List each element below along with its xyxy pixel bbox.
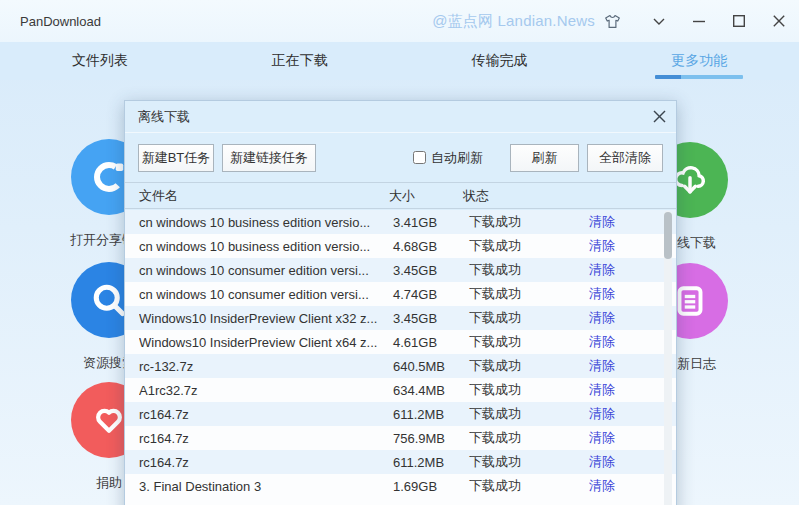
watermark-text: @蓝点网 Landian.News [432, 12, 595, 31]
clear-link[interactable]: 清除 [589, 357, 615, 375]
dialog-title: 离线下载 [138, 108, 190, 126]
clear-link[interactable]: 清除 [589, 477, 615, 495]
clear-link[interactable]: 清除 [589, 453, 615, 471]
clear-all-button[interactable]: 全部清除 [587, 144, 663, 172]
refresh-button[interactable]: 刷新 [510, 144, 579, 172]
table-row: rc164.7z 756.9MB 下载成功 清除 [125, 426, 676, 450]
pandownload-window: PanDownload @蓝点网 Landian.News 文件列表 正在下载 [0, 0, 799, 505]
table-row: Windows10 InsiderPreview Client x32 z...… [125, 306, 676, 330]
download-status: 下载成功 [469, 357, 521, 375]
table-row: 3. Final Destination 3 1.69GB 下载成功 清除 [125, 474, 676, 498]
download-list: cn windows 10 business edition versio...… [125, 210, 676, 505]
title-bar: PanDownload @蓝点网 Landian.News [0, 0, 799, 42]
download-status: 下载成功 [469, 429, 521, 447]
file-size: 756.9MB [393, 431, 445, 446]
file-name: rc164.7z [139, 431, 387, 446]
clear-link[interactable]: 清除 [589, 213, 615, 231]
column-status: 状态 [463, 187, 489, 205]
table-row: cn windows 10 business edition versio...… [125, 210, 676, 234]
minimize-button[interactable] [679, 6, 719, 36]
table-row: A1rc32.7z 634.4MB 下载成功 清除 [125, 378, 676, 402]
table-row: Windows10 InsiderPreview Client x64 z...… [125, 330, 676, 354]
table-row: rc-132.7z 640.5MB 下载成功 清除 [125, 354, 676, 378]
clear-link[interactable]: 清除 [589, 429, 615, 447]
file-size: 634.4MB [393, 383, 445, 398]
active-tab-underline [655, 75, 743, 79]
dialog-header: 离线下载 [125, 101, 676, 133]
table-header: 文件名 大小 状态 [125, 182, 676, 209]
chevron-down-icon[interactable] [639, 6, 679, 36]
tab-transfer-complete[interactable]: 传输完成 [400, 42, 600, 80]
column-file-name: 文件名 [139, 187, 178, 205]
clear-link[interactable]: 清除 [589, 285, 615, 303]
clear-link[interactable]: 清除 [589, 309, 615, 327]
scrollbar-track[interactable] [664, 211, 672, 505]
download-status: 下载成功 [469, 333, 521, 351]
column-size: 大小 [389, 187, 415, 205]
file-name: rc164.7z [139, 455, 387, 470]
new-link-task-button[interactable]: 新建链接任务 [222, 144, 316, 172]
file-size: 3.41GB [393, 215, 437, 230]
file-size: 4.74GB [393, 287, 437, 302]
file-name: A1rc32.7z [139, 383, 387, 398]
scrollbar-thumb[interactable] [664, 212, 672, 259]
tab-file-list[interactable]: 文件列表 [0, 42, 200, 80]
offline-download-dialog: 离线下载 新建BT任务 新建链接任务 自动刷新 刷新 全部清除 文件名 大小 状… [124, 100, 677, 505]
clear-link[interactable]: 清除 [589, 381, 615, 399]
app-title: PanDownload [20, 14, 101, 29]
file-name: 3. Final Destination 3 [139, 479, 387, 494]
file-size: 611.2MB [393, 407, 444, 422]
file-name: rc164.7z [139, 407, 387, 422]
file-size: 1.69GB [393, 479, 437, 494]
download-status: 下载成功 [469, 381, 521, 399]
tab-downloading[interactable]: 正在下载 [200, 42, 400, 80]
table-row: rc164.7z 611.2MB 下载成功 清除 [125, 450, 676, 474]
table-row: cn windows 10 consumer edition versi... … [125, 282, 676, 306]
file-name: rc-132.7z [139, 359, 387, 374]
download-status: 下载成功 [469, 477, 521, 495]
auto-refresh-label: 自动刷新 [431, 149, 483, 167]
dialog-close-icon[interactable] [642, 103, 676, 131]
file-name: cn windows 10 business edition versio... [139, 239, 387, 254]
clear-link[interactable]: 清除 [589, 333, 615, 351]
auto-refresh-checkbox[interactable] [413, 151, 426, 164]
download-status: 下载成功 [469, 237, 521, 255]
download-status: 下载成功 [469, 309, 521, 327]
tab-bar: 文件列表 正在下载 传输完成 更多功能 [0, 42, 799, 80]
file-size: 4.68GB [393, 239, 437, 254]
clear-link[interactable]: 清除 [589, 405, 615, 423]
file-size: 3.45GB [393, 263, 437, 278]
download-status: 下载成功 [469, 261, 521, 279]
file-name: cn windows 10 business edition versio... [139, 215, 387, 230]
file-size: 640.5MB [393, 359, 445, 374]
clear-link[interactable]: 清除 [589, 237, 615, 255]
download-status: 下载成功 [469, 453, 521, 471]
table-row: cn windows 10 business edition versio...… [125, 234, 676, 258]
file-size: 4.61GB [393, 335, 437, 350]
file-name: Windows10 InsiderPreview Client x64 z... [139, 335, 387, 350]
tab-more-features[interactable]: 更多功能 [599, 42, 799, 80]
file-name: cn windows 10 consumer edition versi... [139, 263, 387, 278]
file-name: Windows10 InsiderPreview Client x32 z... [139, 311, 387, 326]
new-bt-task-button[interactable]: 新建BT任务 [138, 144, 214, 172]
maximize-button[interactable] [719, 6, 759, 36]
file-size: 611.2MB [393, 455, 444, 470]
download-status: 下载成功 [469, 285, 521, 303]
dialog-toolbar: 新建BT任务 新建链接任务 自动刷新 刷新 全部清除 [125, 133, 676, 182]
file-name: cn windows 10 consumer edition versi... [139, 287, 387, 302]
file-size: 3.45GB [393, 311, 437, 326]
table-row: rc164.7z 611.2MB 下载成功 清除 [125, 402, 676, 426]
clear-link[interactable]: 清除 [589, 261, 615, 279]
table-row: cn windows 10 consumer edition versi... … [125, 258, 676, 282]
download-status: 下载成功 [469, 405, 521, 423]
download-status: 下载成功 [469, 213, 521, 231]
skin-shirt-icon[interactable] [599, 8, 625, 34]
close-button[interactable] [759, 6, 799, 36]
